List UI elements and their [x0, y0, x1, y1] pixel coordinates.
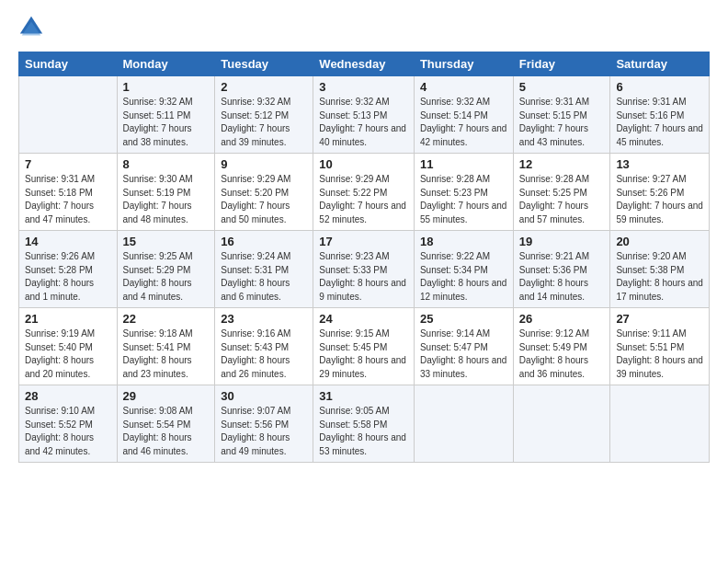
- calendar-cell: [513, 385, 610, 463]
- calendar-cell: 18 Sunrise: 9:22 AMSunset: 5:34 PMDaylig…: [414, 231, 513, 308]
- day-number: 1: [123, 80, 210, 94]
- weekday-header-sunday: Sunday: [19, 52, 118, 76]
- day-info: Sunrise: 9:32 AMSunset: 5:13 PMDaylight:…: [319, 96, 408, 149]
- day-number: 30: [221, 389, 307, 403]
- calendar-cell: 10 Sunrise: 9:29 AMSunset: 5:22 PMDaylig…: [313, 154, 415, 231]
- day-number: 5: [519, 80, 605, 94]
- day-info: Sunrise: 9:29 AMSunset: 5:20 PMDaylight:…: [221, 173, 307, 226]
- day-number: 25: [420, 312, 507, 326]
- day-info: Sunrise: 9:11 AMSunset: 5:51 PMDaylight:…: [616, 327, 703, 381]
- calendar-cell: 23 Sunrise: 9:16 AMSunset: 5:43 PMDaylig…: [215, 308, 313, 385]
- day-number: 23: [221, 312, 307, 326]
- weekday-header-saturday: Saturday: [610, 52, 710, 76]
- weekday-header-wednesday: Wednesday: [313, 52, 415, 76]
- calendar-cell: 21 Sunrise: 9:19 AMSunset: 5:40 PMDaylig…: [19, 308, 118, 385]
- day-info: Sunrise: 9:07 AMSunset: 5:56 PMDaylight:…: [221, 405, 307, 458]
- day-number: 26: [519, 312, 605, 326]
- weekday-header-thursday: Thursday: [414, 52, 513, 76]
- day-number: 22: [123, 312, 210, 326]
- day-info: Sunrise: 9:31 AMSunset: 5:18 PMDaylight:…: [25, 173, 111, 226]
- day-info: Sunrise: 9:05 AMSunset: 5:58 PMDaylight:…: [319, 405, 408, 458]
- day-number: 6: [616, 80, 703, 94]
- logo-icon: [18, 15, 44, 40]
- calendar-cell: 30 Sunrise: 9:07 AMSunset: 5:56 PMDaylig…: [215, 385, 313, 463]
- day-number: 18: [420, 235, 507, 248]
- logo: [18, 15, 48, 40]
- calendar-cell: 16 Sunrise: 9:24 AMSunset: 5:31 PMDaylig…: [215, 231, 313, 308]
- calendar-cell: 5 Sunrise: 9:31 AMSunset: 5:15 PMDayligh…: [513, 76, 610, 154]
- calendar-cell: 27 Sunrise: 9:11 AMSunset: 5:51 PMDaylig…: [610, 308, 710, 385]
- day-number: 4: [420, 80, 507, 94]
- weekday-header-monday: Monday: [117, 52, 215, 76]
- day-number: 10: [319, 157, 408, 171]
- calendar-week-row: 28 Sunrise: 9:10 AMSunset: 5:52 PMDaylig…: [19, 385, 710, 463]
- calendar-cell: 9 Sunrise: 9:29 AMSunset: 5:20 PMDayligh…: [215, 154, 313, 231]
- calendar-cell: 12 Sunrise: 9:28 AMSunset: 5:25 PMDaylig…: [513, 154, 610, 231]
- calendar-week-row: 1 Sunrise: 9:32 AMSunset: 5:11 PMDayligh…: [19, 76, 710, 154]
- calendar-cell: 24 Sunrise: 9:15 AMSunset: 5:45 PMDaylig…: [313, 308, 415, 385]
- weekday-header-row: SundayMondayTuesdayWednesdayThursdayFrid…: [19, 52, 710, 76]
- calendar-cell: 1 Sunrise: 9:32 AMSunset: 5:11 PMDayligh…: [117, 76, 215, 154]
- day-info: Sunrise: 9:08 AMSunset: 5:54 PMDaylight:…: [123, 405, 210, 458]
- calendar-cell: 4 Sunrise: 9:32 AMSunset: 5:14 PMDayligh…: [414, 76, 513, 154]
- day-info: Sunrise: 9:32 AMSunset: 5:12 PMDaylight:…: [221, 96, 307, 149]
- day-info: Sunrise: 9:15 AMSunset: 5:45 PMDaylight:…: [319, 327, 408, 381]
- day-info: Sunrise: 9:28 AMSunset: 5:23 PMDaylight:…: [420, 173, 507, 226]
- day-number: 31: [319, 389, 408, 403]
- calendar-cell: 19 Sunrise: 9:21 AMSunset: 5:36 PMDaylig…: [513, 231, 610, 308]
- day-number: 11: [420, 157, 507, 171]
- day-info: Sunrise: 9:32 AMSunset: 5:11 PMDaylight:…: [123, 96, 210, 149]
- day-number: 2: [221, 80, 307, 94]
- day-info: Sunrise: 9:18 AMSunset: 5:41 PMDaylight:…: [123, 327, 210, 381]
- day-number: 28: [25, 389, 111, 403]
- day-info: Sunrise: 9:19 AMSunset: 5:40 PMDaylight:…: [25, 327, 111, 381]
- day-number: 27: [616, 312, 703, 326]
- day-number: 12: [519, 157, 605, 171]
- day-info: Sunrise: 9:16 AMSunset: 5:43 PMDaylight:…: [221, 327, 307, 381]
- day-info: Sunrise: 9:32 AMSunset: 5:14 PMDaylight:…: [420, 96, 507, 149]
- day-info: Sunrise: 9:23 AMSunset: 5:33 PMDaylight:…: [319, 250, 408, 304]
- day-number: 7: [25, 157, 111, 171]
- calendar-cell: 8 Sunrise: 9:30 AMSunset: 5:19 PMDayligh…: [117, 154, 215, 231]
- calendar-cell: 3 Sunrise: 9:32 AMSunset: 5:13 PMDayligh…: [313, 76, 415, 154]
- day-info: Sunrise: 9:24 AMSunset: 5:31 PMDaylight:…: [221, 250, 307, 304]
- weekday-header-friday: Friday: [513, 52, 610, 76]
- day-number: 29: [123, 389, 210, 403]
- calendar-cell: 31 Sunrise: 9:05 AMSunset: 5:58 PMDaylig…: [313, 385, 415, 463]
- day-info: Sunrise: 9:25 AMSunset: 5:29 PMDaylight:…: [123, 250, 210, 304]
- day-number: 9: [221, 157, 307, 171]
- calendar-cell: [414, 385, 513, 463]
- day-info: Sunrise: 9:27 AMSunset: 5:26 PMDaylight:…: [616, 173, 703, 226]
- calendar-cell: 13 Sunrise: 9:27 AMSunset: 5:26 PMDaylig…: [610, 154, 710, 231]
- day-number: 19: [519, 235, 605, 248]
- day-info: Sunrise: 9:21 AMSunset: 5:36 PMDaylight:…: [519, 250, 605, 304]
- weekday-header-tuesday: Tuesday: [215, 52, 313, 76]
- calendar-cell: 15 Sunrise: 9:25 AMSunset: 5:29 PMDaylig…: [117, 231, 215, 308]
- day-number: 8: [123, 157, 210, 171]
- day-number: 14: [25, 235, 111, 248]
- page-container: SundayMondayTuesdayWednesdayThursdayFrid…: [0, 0, 728, 472]
- day-info: Sunrise: 9:20 AMSunset: 5:38 PMDaylight:…: [616, 250, 703, 304]
- calendar-cell: 2 Sunrise: 9:32 AMSunset: 5:12 PMDayligh…: [215, 76, 313, 154]
- calendar-week-row: 21 Sunrise: 9:19 AMSunset: 5:40 PMDaylig…: [19, 308, 710, 385]
- calendar-cell: 20 Sunrise: 9:20 AMSunset: 5:38 PMDaylig…: [610, 231, 710, 308]
- day-number: 15: [123, 235, 210, 248]
- calendar-cell: 6 Sunrise: 9:31 AMSunset: 5:16 PMDayligh…: [610, 76, 710, 154]
- day-info: Sunrise: 9:12 AMSunset: 5:49 PMDaylight:…: [519, 327, 605, 381]
- calendar-table: SundayMondayTuesdayWednesdayThursdayFrid…: [18, 52, 710, 463]
- calendar-cell: 22 Sunrise: 9:18 AMSunset: 5:41 PMDaylig…: [117, 308, 215, 385]
- day-number: 16: [221, 235, 307, 248]
- day-info: Sunrise: 9:10 AMSunset: 5:52 PMDaylight:…: [25, 405, 111, 458]
- calendar-week-row: 14 Sunrise: 9:26 AMSunset: 5:28 PMDaylig…: [19, 231, 710, 308]
- calendar-cell: [19, 76, 118, 154]
- calendar-cell: 26 Sunrise: 9:12 AMSunset: 5:49 PMDaylig…: [513, 308, 610, 385]
- day-info: Sunrise: 9:26 AMSunset: 5:28 PMDaylight:…: [25, 250, 111, 304]
- day-info: Sunrise: 9:14 AMSunset: 5:47 PMDaylight:…: [420, 327, 507, 381]
- calendar-week-row: 7 Sunrise: 9:31 AMSunset: 5:18 PMDayligh…: [19, 154, 710, 231]
- calendar-cell: 25 Sunrise: 9:14 AMSunset: 5:47 PMDaylig…: [414, 308, 513, 385]
- header: [18, 15, 710, 40]
- calendar-cell: 29 Sunrise: 9:08 AMSunset: 5:54 PMDaylig…: [117, 385, 215, 463]
- day-number: 21: [25, 312, 111, 326]
- calendar-cell: 17 Sunrise: 9:23 AMSunset: 5:33 PMDaylig…: [313, 231, 415, 308]
- day-number: 3: [319, 80, 408, 94]
